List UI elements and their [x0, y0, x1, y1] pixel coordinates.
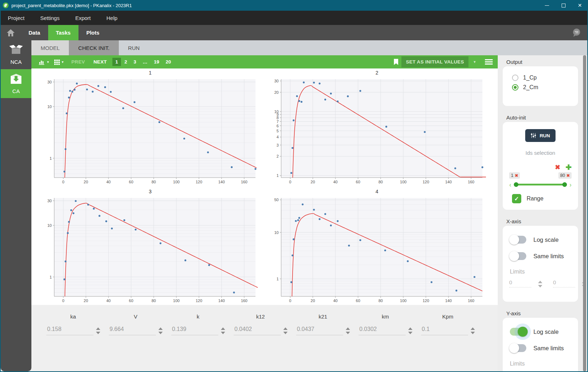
data-point — [233, 291, 235, 293]
sidebar-item-nca[interactable]: NCA — [1, 40, 31, 69]
data-point — [66, 112, 67, 114]
parameter-stepper[interactable] — [346, 327, 350, 334]
parameter-stepper[interactable] — [158, 327, 163, 334]
remove-max-icon[interactable]: ✖ — [567, 173, 570, 178]
subtab-check-init[interactable]: CHECK INIT. — [69, 40, 119, 55]
next-page-button[interactable]: NEXT — [93, 59, 107, 65]
range-min-badge[interactable]: 1 ✖ — [509, 172, 520, 179]
parameter-stepper[interactable] — [96, 327, 100, 334]
close-button[interactable]: ✕ — [572, 0, 588, 11]
auto-init-run-button[interactable]: RUN — [525, 129, 555, 142]
chart-type-dropdown[interactable]: ▾ — [39, 59, 49, 65]
slider-handle-max[interactable] — [562, 182, 567, 187]
data-point — [407, 260, 409, 262]
x-limit-min-stepper[interactable] — [538, 281, 542, 287]
data-point — [300, 101, 302, 103]
svg-text:40: 40 — [333, 299, 337, 303]
parameter-stepper[interactable] — [471, 327, 475, 334]
data-point — [301, 203, 303, 205]
auto-init-section-title: Auto-init — [506, 114, 578, 121]
output-option-2_cm[interactable]: 2_Cm — [512, 84, 572, 91]
up-arrow-icon — [283, 327, 288, 330]
ids-range-slider[interactable] — [514, 184, 566, 185]
parameter-value-input[interactable]: 0.0437 — [296, 326, 343, 335]
sliders-icon — [531, 133, 536, 138]
data-point — [69, 90, 71, 92]
data-point — [336, 101, 338, 102]
set-initial-dropdown[interactable]: ▾ — [471, 60, 478, 64]
home-button[interactable] — [1, 25, 21, 40]
bookmark-button[interactable] — [394, 59, 399, 65]
parameter-value-input[interactable]: 9.664 — [109, 326, 156, 335]
range-checkbox[interactable]: ✓ — [512, 194, 521, 203]
menu-item-export[interactable]: Export — [75, 15, 91, 21]
tab-plots[interactable]: Plots — [78, 25, 107, 40]
x-axis-limits-label: Limits — [510, 269, 572, 275]
data-point — [64, 278, 65, 280]
remove-min-icon[interactable]: ✖ — [515, 173, 518, 178]
minimize-button[interactable] — [539, 0, 555, 11]
parameter-stepper[interactable] — [283, 327, 288, 334]
feedback-button[interactable] — [572, 25, 587, 40]
y-axis-log-scale-toggle[interactable] — [510, 328, 526, 336]
slider-right-chevron-icon[interactable]: › — [569, 181, 572, 188]
svg-text:120: 120 — [422, 180, 429, 184]
plot-chart-4[interactable]: 50101020406080100120140160 — [268, 196, 486, 303]
subtab-model[interactable]: MODEL — [31, 40, 69, 55]
data-point — [74, 89, 75, 91]
page-button-3[interactable]: 3 — [131, 58, 139, 66]
y-axis-same-limits-toggle[interactable] — [510, 344, 526, 352]
tab-tasks[interactable]: Tasks — [48, 25, 78, 40]
maximize-button[interactable] — [555, 0, 572, 11]
output-option-1_cp[interactable]: 1_Cp — [512, 75, 572, 81]
parameter-stepper[interactable] — [221, 327, 225, 334]
sidebar-item-ca[interactable]: CA — [1, 69, 31, 98]
subtab-run[interactable]: RUN — [119, 40, 149, 55]
slider-left-chevron-icon[interactable]: ‹ — [509, 181, 511, 188]
page-button-20[interactable]: 20 — [163, 58, 174, 66]
range-max-badge[interactable]: 80 ✖ — [558, 172, 572, 179]
data-point — [424, 131, 425, 133]
parameter-value-input[interactable]: 0.158 — [46, 326, 93, 335]
parameter-value-input[interactable]: 0.1 — [421, 326, 468, 335]
prev-page-button[interactable]: PREV — [71, 59, 85, 65]
data-point — [68, 97, 70, 98]
parameter-value-input[interactable]: 0.0302 — [359, 326, 406, 335]
menu-item-project[interactable]: Project — [8, 15, 25, 21]
x-axis-same-limits-toggle[interactable] — [510, 252, 526, 260]
data-point — [93, 208, 95, 209]
plot-menu-button[interactable] — [485, 59, 493, 65]
grid-layout-dropdown[interactable]: ▾ — [54, 59, 64, 65]
data-point — [105, 220, 107, 222]
remove-selection-icon[interactable]: ✖ — [555, 163, 560, 171]
page-button-19[interactable]: 19 — [151, 58, 162, 66]
menu-item-settings[interactable]: Settings — [40, 15, 60, 21]
data-point — [296, 95, 298, 97]
parameter-value-input[interactable]: 0.139 — [171, 326, 218, 335]
page-button-2[interactable]: 2 — [122, 58, 130, 66]
menu-item-help[interactable]: Help — [106, 15, 117, 21]
plot-chart-2[interactable]: 302010987654321020406080100120140160 — [268, 77, 486, 184]
x-axis-log-scale-toggle[interactable] — [510, 236, 526, 244]
slider-handle-min[interactable] — [514, 182, 518, 187]
set-as-initial-values-button[interactable]: SET AS INITIAL VALUES — [401, 56, 469, 67]
data-point — [104, 86, 106, 88]
add-selection-icon[interactable]: ✚ — [566, 163, 572, 172]
radio-icon[interactable] — [512, 84, 518, 91]
plot-chart-1[interactable]: 30101020406080100120140160 — [41, 77, 259, 184]
svg-text:20: 20 — [310, 180, 315, 184]
plot-chart-3[interactable]: 30101020406080100120140160 — [41, 196, 259, 303]
radio-icon[interactable] — [512, 75, 518, 81]
data-point — [123, 219, 125, 221]
tab-data[interactable]: Data — [21, 25, 48, 40]
parameter-value-input[interactable]: 0.0402 — [234, 326, 281, 335]
x-axis-limit-min-input[interactable]: 0 — [509, 279, 531, 287]
page-button-…[interactable]: … — [140, 58, 151, 66]
menu-bar: ProjectSettingsExportHelp — [1, 11, 587, 25]
x-axis-limit-max-input[interactable]: 0 — [553, 279, 575, 287]
panel-scrollbar[interactable] — [583, 55, 586, 371]
data-point — [87, 204, 89, 205]
page-button-1[interactable]: 1 — [112, 58, 121, 66]
parameter-stepper[interactable] — [408, 327, 412, 334]
down-arrow-icon — [346, 332, 350, 334]
